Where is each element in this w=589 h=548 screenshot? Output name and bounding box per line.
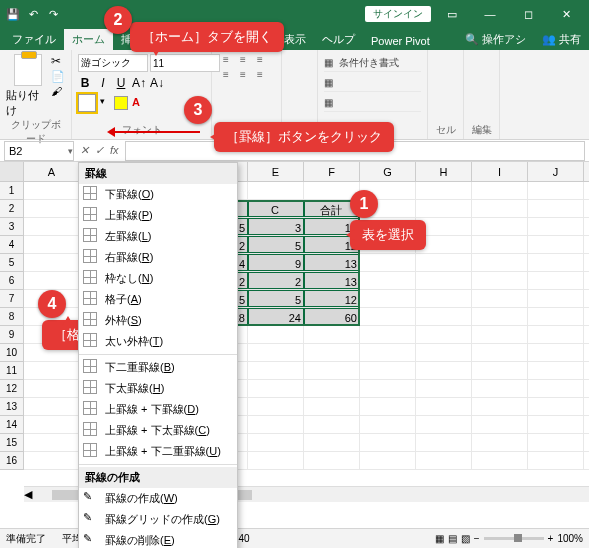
- row-header[interactable]: 16: [0, 452, 24, 470]
- cell[interactable]: [304, 434, 360, 451]
- cell[interactable]: [528, 290, 584, 307]
- cell[interactable]: [528, 272, 584, 289]
- cell[interactable]: C: [248, 200, 304, 217]
- row-header[interactable]: 12: [0, 380, 24, 398]
- conditional-format-button[interactable]: 条件付き書式: [324, 54, 421, 72]
- undo-icon[interactable]: ↶: [26, 7, 40, 21]
- cell[interactable]: [24, 398, 80, 415]
- row-header[interactable]: 2: [0, 200, 24, 218]
- cell[interactable]: 13: [304, 254, 360, 271]
- cell[interactable]: 5: [248, 290, 304, 307]
- cell[interactable]: [528, 254, 584, 271]
- cell[interactable]: [472, 416, 528, 433]
- menu-item-枠なし[interactable]: 枠なし(N): [79, 268, 237, 289]
- cell[interactable]: [472, 254, 528, 271]
- cell[interactable]: 24: [248, 308, 304, 325]
- page-layout-view-icon[interactable]: ▤: [448, 533, 457, 544]
- paste-button[interactable]: 貼り付け: [6, 88, 49, 118]
- col-header[interactable]: E: [248, 162, 304, 181]
- name-box[interactable]: B2: [4, 141, 74, 161]
- font-dec-icon[interactable]: A↓: [150, 76, 164, 90]
- cell[interactable]: [472, 452, 528, 469]
- cell[interactable]: [360, 290, 416, 307]
- cell[interactable]: [304, 326, 360, 343]
- align-top-icon[interactable]: ≡: [218, 54, 234, 68]
- cell[interactable]: 12: [304, 290, 360, 307]
- enter-formula-icon[interactable]: ✓: [95, 144, 104, 157]
- col-header[interactable]: J: [528, 162, 584, 181]
- row-header[interactable]: 3: [0, 218, 24, 236]
- cell[interactable]: [416, 452, 472, 469]
- cell[interactable]: 3: [248, 218, 304, 235]
- minimize-icon[interactable]: —: [473, 4, 507, 24]
- cell[interactable]: [24, 434, 80, 451]
- col-header[interactable]: H: [416, 162, 472, 181]
- row-header[interactable]: 7: [0, 290, 24, 308]
- col-header[interactable]: F: [304, 162, 360, 181]
- tab-home[interactable]: ホーム: [64, 29, 113, 50]
- cell[interactable]: [360, 308, 416, 325]
- cell[interactable]: [528, 398, 584, 415]
- borders-button[interactable]: [78, 94, 96, 112]
- cell[interactable]: [416, 290, 472, 307]
- cell[interactable]: [360, 434, 416, 451]
- menu-item-下二重罫線[interactable]: 下二重罫線(B): [79, 357, 237, 378]
- cell[interactable]: 13: [304, 272, 360, 289]
- cell[interactable]: [472, 434, 528, 451]
- cell[interactable]: [416, 308, 472, 325]
- cell[interactable]: [528, 452, 584, 469]
- tab-powerpivot[interactable]: Power Pivot: [363, 32, 438, 50]
- row-header[interactable]: 10: [0, 344, 24, 362]
- align-left-icon[interactable]: ≡: [218, 69, 234, 83]
- cell[interactable]: [360, 452, 416, 469]
- cell[interactable]: [304, 398, 360, 415]
- cell[interactable]: [472, 398, 528, 415]
- cell[interactable]: [360, 380, 416, 397]
- menu-item-罫線の作成[interactable]: ✎罫線の作成(W): [79, 488, 237, 509]
- bold-button[interactable]: B: [78, 76, 92, 90]
- row-header[interactable]: 4: [0, 236, 24, 254]
- menu-item-上罫線 + 下太罫線[interactable]: 上罫線 + 下太罫線(C): [79, 420, 237, 441]
- share-button[interactable]: 👥 共有: [534, 29, 589, 50]
- cell[interactable]: [360, 398, 416, 415]
- cell[interactable]: [528, 308, 584, 325]
- cell[interactable]: [472, 290, 528, 307]
- cell[interactable]: [24, 200, 80, 217]
- cell[interactable]: [528, 434, 584, 451]
- menu-item-罫線の削除[interactable]: ✎罫線の削除(E): [79, 530, 237, 548]
- align-bottom-icon[interactable]: ≡: [252, 54, 268, 68]
- cell[interactable]: [248, 452, 304, 469]
- cell[interactable]: [472, 182, 528, 199]
- cell[interactable]: [528, 236, 584, 253]
- cell[interactable]: [472, 362, 528, 379]
- zoom-out-icon[interactable]: −: [474, 533, 480, 544]
- select-all-triangle[interactable]: [0, 162, 24, 181]
- menu-item-上罫線 + 下二重罫線[interactable]: 上罫線 + 下二重罫線(U): [79, 441, 237, 462]
- col-header[interactable]: G: [360, 162, 416, 181]
- font-name-input[interactable]: [78, 54, 148, 72]
- cell[interactable]: [360, 254, 416, 271]
- format-as-table-button[interactable]: ▦: [324, 74, 421, 92]
- cell[interactable]: [416, 254, 472, 271]
- cell[interactable]: [304, 344, 360, 361]
- menu-item-上罫線 + 下罫線[interactable]: 上罫線 + 下罫線(D): [79, 399, 237, 420]
- cell[interactable]: [472, 344, 528, 361]
- font-inc-icon[interactable]: A↑: [132, 76, 146, 90]
- row-header[interactable]: 15: [0, 434, 24, 452]
- menu-item-格子[interactable]: 格子(A): [79, 289, 237, 310]
- cell[interactable]: [472, 236, 528, 253]
- cell[interactable]: [416, 272, 472, 289]
- cell[interactable]: [248, 398, 304, 415]
- cancel-formula-icon[interactable]: ✕: [80, 144, 89, 157]
- cell[interactable]: 60: [304, 308, 360, 325]
- cell[interactable]: [528, 218, 584, 235]
- row-header[interactable]: 5: [0, 254, 24, 272]
- cell[interactable]: [360, 326, 416, 343]
- underline-button[interactable]: U: [114, 76, 128, 90]
- cell[interactable]: [248, 416, 304, 433]
- cell[interactable]: [24, 272, 80, 289]
- tab-help[interactable]: ヘルプ: [314, 29, 363, 50]
- copy-icon[interactable]: 📄: [51, 70, 65, 83]
- zoom-in-icon[interactable]: +: [548, 533, 554, 544]
- signin-button[interactable]: サインイン: [365, 6, 431, 22]
